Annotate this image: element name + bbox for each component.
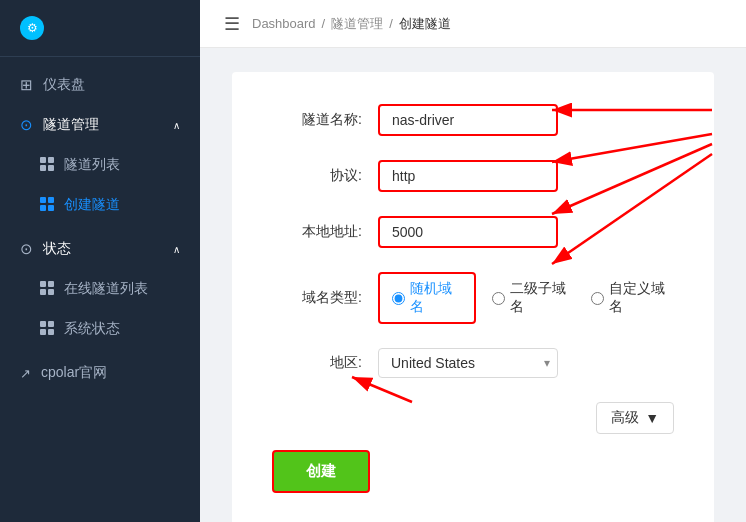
sidebar-group-tunnel: ⊙ 隧道管理 ∧ 隧道列表: [0, 105, 200, 225]
sidebar-item-create-tunnel[interactable]: 创建隧道: [0, 185, 200, 225]
form-row-protocol: 协议:: [272, 160, 674, 192]
domain-type-label: 域名类型:: [272, 289, 362, 307]
breadcrumb-home[interactable]: Dashboard: [252, 16, 316, 31]
form-row-tunnel-name: 隧道名称:: [272, 104, 674, 136]
sidebar-group-tunnel-label: 隧道管理: [43, 116, 99, 134]
svg-rect-11: [48, 289, 54, 295]
radio-custom-domain-label: 自定义域名: [609, 280, 674, 316]
topbar: ☰ Dashboard / 隧道管理 / 创建隧道: [200, 0, 746, 48]
svg-rect-10: [40, 289, 46, 295]
form-card: 隧道名称: 协议: 本地地址: 域名类型: 随机域名: [232, 72, 714, 522]
radio-random-domain-input[interactable]: [392, 292, 405, 305]
tunnel-list-grid-icon: [40, 157, 54, 174]
sidebar-item-label-system-status: 系统状态: [64, 320, 120, 338]
svg-rect-2: [40, 165, 46, 171]
svg-line-18: [552, 134, 712, 162]
online-tunnels-grid-icon: [40, 281, 54, 298]
sidebar-group-status: ⊙ 状态 ∧ 在线隧道列表: [0, 229, 200, 349]
breadcrumb-sep2: /: [389, 16, 393, 31]
region-select-wrapper: United States China Japan ▾: [378, 348, 558, 378]
status-chevron-icon: ∧: [173, 244, 180, 255]
svg-rect-6: [40, 205, 46, 211]
content-area: 隧道名称: 协议: 本地地址: 域名类型: 随机域名: [200, 48, 746, 522]
tunnel-name-label: 隧道名称:: [272, 111, 362, 129]
protocol-input[interactable]: [378, 160, 558, 192]
create-button[interactable]: 创建: [272, 450, 370, 493]
form-row-region: 地区: United States China Japan ▾: [272, 348, 674, 378]
sidebar-sub-tunnel: 隧道列表 创建隧道: [0, 145, 200, 225]
local-addr-label: 本地地址:: [272, 223, 362, 241]
sidebar-item-label-create-tunnel: 创建隧道: [64, 196, 120, 214]
radio-second-level-input[interactable]: [492, 292, 505, 305]
domain-type-radio-group: 随机域名: [378, 272, 476, 324]
create-btn-label: 创建: [306, 462, 336, 479]
region-label: 地区:: [272, 354, 362, 372]
sidebar-item-label-online-tunnels: 在线隧道列表: [64, 280, 148, 298]
svg-rect-3: [48, 165, 54, 171]
sidebar-group-status-header[interactable]: ⊙ 状态 ∧: [0, 229, 200, 269]
main-content: ☰ Dashboard / 隧道管理 / 创建隧道 隧道名称: 协议: 本地地址…: [200, 0, 746, 522]
sidebar-item-cpolar[interactable]: ↗ cpolar官网: [0, 353, 200, 393]
region-select[interactable]: United States China Japan: [378, 348, 558, 378]
external-link-icon: ↗: [20, 366, 31, 381]
form-row-local-addr: 本地地址:: [272, 216, 674, 248]
advanced-button[interactable]: 高级 ▼: [596, 402, 674, 434]
sidebar-group-tunnel-header[interactable]: ⊙ 隧道管理 ∧: [0, 105, 200, 145]
system-status-grid-icon: [40, 321, 54, 338]
svg-rect-4: [40, 197, 46, 203]
breadcrumb-parent[interactable]: 隧道管理: [331, 15, 383, 33]
svg-rect-12: [40, 321, 46, 327]
tunnel-chevron-icon: ∧: [173, 120, 180, 131]
radio-second-level[interactable]: 二级子域名: [492, 280, 575, 316]
sidebar-item-label-cpolar: cpolar官网: [41, 364, 107, 382]
sidebar-item-dashboard[interactable]: ⊞ 仪表盘: [0, 65, 200, 105]
sidebar-logo: ⚙: [0, 0, 200, 57]
advanced-dropdown-icon: ▼: [645, 410, 659, 426]
breadcrumb-current: 创建隧道: [399, 15, 451, 33]
create-btn-row: 创建: [272, 450, 674, 493]
sidebar-sub-status: 在线隧道列表 系统状态: [0, 269, 200, 349]
local-addr-input[interactable]: [378, 216, 558, 248]
breadcrumb-sep1: /: [322, 16, 326, 31]
sidebar-item-label-tunnel-list: 隧道列表: [64, 156, 120, 174]
sidebar-group-status-left: ⊙ 状态: [20, 240, 71, 258]
radio-random-domain[interactable]: 随机域名: [392, 280, 462, 316]
radio-second-level-label: 二级子域名: [510, 280, 575, 316]
sidebar-menu: ⊞ 仪表盘 ⊙ 隧道管理 ∧: [0, 57, 200, 522]
svg-rect-13: [48, 321, 54, 327]
sidebar-item-tunnel-list[interactable]: 隧道列表: [0, 145, 200, 185]
sidebar: ⚙ ⊞ 仪表盘 ⊙ 隧道管理 ∧: [0, 0, 200, 522]
svg-rect-7: [48, 205, 54, 211]
form-row-domain-type: 域名类型: 随机域名 二级子域名 自定义域名: [272, 272, 674, 324]
radio-random-domain-label: 随机域名: [410, 280, 462, 316]
svg-rect-14: [40, 329, 46, 335]
svg-rect-0: [40, 157, 46, 163]
svg-line-21: [352, 377, 412, 402]
sidebar-group-tunnel-left: ⊙ 隧道管理: [20, 116, 99, 134]
create-tunnel-grid-icon: [40, 197, 54, 214]
svg-rect-15: [48, 329, 54, 335]
svg-rect-1: [48, 157, 54, 163]
tunnel-icon: ⊙: [20, 116, 33, 134]
sidebar-group-status-label: 状态: [43, 240, 71, 258]
advanced-btn-row: 高级 ▼: [272, 402, 674, 434]
advanced-btn-label: 高级: [611, 409, 639, 427]
sidebar-item-label-dashboard: 仪表盘: [43, 76, 85, 94]
sidebar-item-system-status[interactable]: 系统状态: [0, 309, 200, 349]
svg-rect-9: [48, 281, 54, 287]
status-icon: ⊙: [20, 240, 33, 258]
radio-custom-domain[interactable]: 自定义域名: [591, 280, 674, 316]
tunnel-name-input[interactable]: [378, 104, 558, 136]
logo-icon: ⚙: [20, 16, 44, 40]
protocol-label: 协议:: [272, 167, 362, 185]
svg-rect-5: [48, 197, 54, 203]
dashboard-icon: ⊞: [20, 76, 33, 94]
radio-custom-domain-input[interactable]: [591, 292, 604, 305]
breadcrumb: Dashboard / 隧道管理 / 创建隧道: [252, 15, 451, 33]
hamburger-icon[interactable]: ☰: [224, 13, 240, 35]
svg-rect-8: [40, 281, 46, 287]
sidebar-item-online-tunnels[interactable]: 在线隧道列表: [0, 269, 200, 309]
